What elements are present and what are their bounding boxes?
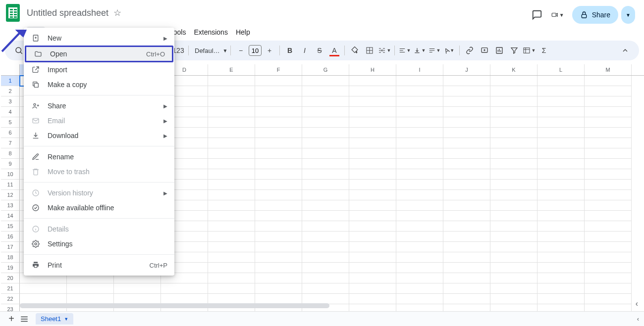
row-header[interactable]: 22 (1, 294, 20, 304)
cell[interactable] (396, 252, 443, 263)
cell[interactable] (349, 273, 396, 283)
cell[interactable] (537, 107, 585, 117)
cell[interactable] (20, 294, 67, 304)
cell[interactable] (208, 107, 255, 117)
explore-chevron[interactable]: ‹ (637, 315, 639, 323)
cell[interactable] (396, 232, 443, 242)
row-header[interactable]: 20 (1, 273, 20, 283)
row-header[interactable]: 10 (1, 169, 20, 180)
cell[interactable] (396, 159, 443, 169)
cell[interactable] (255, 221, 302, 232)
cell[interactable] (443, 148, 490, 159)
cell[interactable] (585, 180, 632, 190)
row-header[interactable]: 7 (1, 138, 20, 148)
cell[interactable] (302, 76, 349, 86)
cell[interactable] (537, 200, 585, 211)
menu-rename[interactable]: Rename (24, 149, 174, 164)
menu-extensions[interactable]: Extensions (190, 27, 231, 38)
cell[interactable] (208, 86, 255, 96)
font-size-minus[interactable]: − (234, 44, 248, 57)
cell[interactable] (302, 221, 349, 232)
row-header[interactable]: 5 (1, 117, 20, 128)
cell[interactable] (490, 283, 537, 294)
cell[interactable] (537, 148, 585, 159)
cell[interactable] (443, 128, 490, 138)
cell[interactable] (585, 283, 632, 294)
cell[interactable] (585, 190, 632, 200)
row-header[interactable]: 11 (1, 180, 20, 190)
cell[interactable] (396, 211, 443, 221)
wrap-button[interactable]: ▼ (428, 44, 441, 57)
cell[interactable] (208, 283, 255, 294)
cell[interactable] (396, 242, 443, 252)
menu-open[interactable]: Open Ctrl+O (25, 46, 173, 62)
cell[interactable] (349, 242, 396, 252)
cell[interactable] (490, 180, 537, 190)
menu-settings[interactable]: Settings (24, 236, 174, 251)
cell[interactable] (443, 138, 490, 148)
cell[interactable] (20, 283, 67, 294)
cell[interactable] (396, 221, 443, 232)
cell[interactable] (255, 211, 302, 221)
cell[interactable] (396, 190, 443, 200)
menu-offline[interactable]: Make available offline (24, 200, 174, 215)
row-header[interactable]: 18 (1, 252, 20, 263)
cell[interactable] (490, 294, 537, 304)
cell[interactable] (537, 128, 585, 138)
cell[interactable] (255, 159, 302, 169)
cell[interactable] (255, 283, 302, 294)
menu-print[interactable]: Print Ctrl+P (24, 258, 174, 273)
cell[interactable] (443, 190, 490, 200)
fill-color-button[interactable] (348, 44, 362, 57)
cell[interactable] (208, 294, 255, 304)
cell[interactable] (490, 273, 537, 283)
explore-button[interactable]: ‹ (636, 299, 638, 308)
cell[interactable] (302, 252, 349, 263)
rotate-button[interactable]: A▼ (442, 44, 456, 57)
cell[interactable] (302, 283, 349, 294)
cell[interactable] (443, 117, 490, 128)
cell[interactable] (208, 148, 255, 159)
cell[interactable] (255, 242, 302, 252)
menu-share[interactable]: Share ▶ (24, 98, 174, 113)
cell[interactable] (208, 190, 255, 200)
cell[interactable] (208, 221, 255, 232)
menu-import[interactable]: Import (24, 62, 174, 77)
cell[interactable] (208, 232, 255, 242)
menu-download[interactable]: Download ▶ (24, 128, 174, 143)
cell[interactable] (537, 221, 585, 232)
cell[interactable] (490, 200, 537, 211)
cell[interactable] (490, 107, 537, 117)
cell[interactable] (490, 138, 537, 148)
cell[interactable] (585, 273, 632, 283)
doc-title[interactable]: Untitled spreadsheet (27, 8, 108, 18)
cell[interactable] (349, 294, 396, 304)
cell[interactable] (302, 200, 349, 211)
col-header[interactable]: H (349, 64, 396, 75)
cell[interactable] (349, 107, 396, 117)
row-header[interactable]: 2 (1, 86, 20, 96)
cell[interactable] (537, 252, 585, 263)
cell[interactable] (349, 263, 396, 273)
cell[interactable] (537, 232, 585, 242)
cell[interactable] (396, 86, 443, 96)
cell[interactable] (490, 263, 537, 273)
cell[interactable] (490, 128, 537, 138)
halign-button[interactable]: ▼ (398, 44, 412, 57)
cell[interactable] (585, 252, 632, 263)
cell[interactable] (208, 96, 255, 107)
cell[interactable] (349, 148, 396, 159)
cell[interactable] (585, 117, 632, 128)
col-header[interactable]: I (396, 64, 443, 75)
cell[interactable] (443, 283, 490, 294)
row-header[interactable]: 3 (1, 96, 20, 107)
cell[interactable] (396, 138, 443, 148)
cell[interactable] (349, 190, 396, 200)
cell[interactable] (349, 180, 396, 190)
cell[interactable] (396, 200, 443, 211)
meet-icon[interactable]: ▼ (551, 8, 564, 21)
share-button[interactable]: Share (572, 6, 618, 24)
cell[interactable] (443, 252, 490, 263)
valign-button[interactable]: ▼ (413, 44, 427, 57)
cell[interactable] (585, 148, 632, 159)
